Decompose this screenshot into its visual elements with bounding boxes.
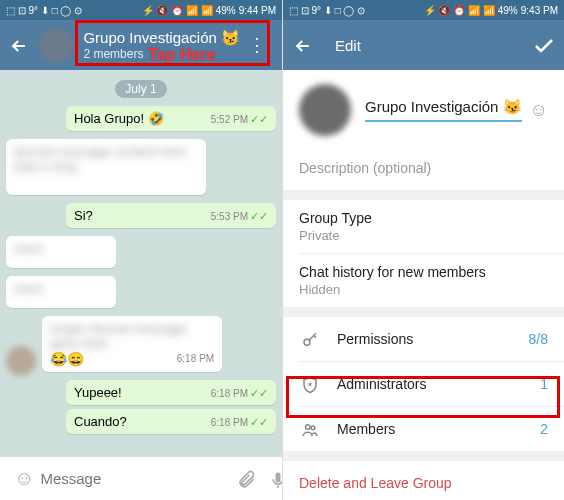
emoji-picker-icon[interactable]: ☺ [530,100,548,121]
people-icon [299,419,321,439]
svg-point-1 [304,339,310,345]
group-name-input[interactable]: Grupo Investigación 😼 [365,98,522,122]
edit-body: Grupo Investigación 😼 ☺ Description (opt… [283,70,564,500]
message-list[interactable]: July 1 Hola Grupo! 🤣 5:52 PM✓✓ blurred m… [0,70,282,456]
confirm-check-icon[interactable] [532,32,556,58]
edit-screen: ⬚ ⊡ 9° ⬇ □ ◯ ⊙ ⚡ 🔇 ⏰ 📶 📶 49% 9:43 PM Edi… [282,0,564,500]
delete-leave-button[interactable]: Delete and Leave Group [283,461,564,500]
attach-icon[interactable] [230,467,262,490]
chat-history-row[interactable]: Chat history for new members Hidden [283,254,564,307]
message-input[interactable] [40,470,230,487]
permissions-row[interactable]: Permissions 8/8 [283,317,564,361]
edit-header: Edit [283,20,564,70]
read-checks-icon: ✓✓ [250,387,268,399]
date-separator: July 1 [115,80,166,98]
svg-point-2 [306,424,311,429]
edit-title: Edit [335,37,532,54]
group-avatar-edit[interactable] [299,84,351,136]
message-out[interactable]: Hola Grupo! 🤣 5:52 PM✓✓ [66,106,276,131]
group-type-row[interactable]: Group Type Private [283,200,564,253]
read-checks-icon: ✓✓ [250,210,268,222]
emoji-icon[interactable]: ☺ [8,467,40,490]
message-out[interactable]: Cuando? 6:18 PM✓✓ [66,409,276,434]
back-arrow-icon[interactable] [291,34,315,57]
back-arrow-icon[interactable] [8,34,31,57]
message-out[interactable]: Si? 5:53 PM✓✓ [66,203,276,228]
read-checks-icon: ✓✓ [250,113,268,125]
sender-avatar[interactable] [6,346,36,376]
read-checks-icon: ✓✓ [250,416,268,428]
red-highlight-header [75,20,270,66]
mic-icon[interactable] [262,467,282,490]
message-in[interactable]: longer blurred message goes here 😂😄6:18 … [42,316,222,372]
status-bar: ⬚ ⊡ 9° ⬇ □ ◯ ⊙ ⚡ 🔇 ⏰ 📶 📶 49% 9:44 PM [0,0,282,20]
key-icon [299,329,321,349]
status-bar: ⬚ ⊡ 9° ⬇ □ ◯ ⊙ ⚡ 🔇 ⏰ 📶 📶 49% 9:43 PM [283,0,564,20]
message-out[interactable]: Yupeee! 6:18 PM✓✓ [66,380,276,405]
red-highlight-members-abs [286,376,560,418]
message-in[interactable]: short [6,236,116,268]
group-avatar[interactable] [39,27,73,63]
message-input-bar: ☺ [0,456,282,500]
description-input[interactable]: Description (optional) [283,150,564,190]
message-in[interactable]: blurred message content here that is lon… [6,139,206,195]
message-in[interactable]: short [6,276,116,308]
svg-rect-0 [276,472,281,482]
svg-point-3 [311,425,315,429]
chat-screen: ⬚ ⊡ 9° ⬇ □ ◯ ⊙ ⚡ 🔇 ⏰ 📶 📶 49% 9:44 PM Gru… [0,0,282,500]
